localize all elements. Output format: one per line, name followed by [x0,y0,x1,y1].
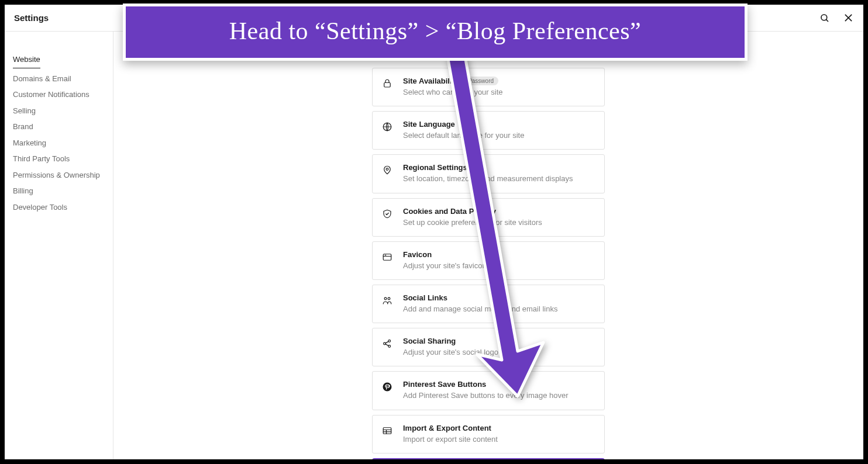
close-icon[interactable] [842,12,854,24]
card-title-text: Import & Export Content [403,424,491,432]
svg-rect-18 [383,427,391,434]
sidebar-item-website[interactable]: Website [13,51,40,68]
settings-card-regional-settings[interactable]: Regional SettingsSet location, timezone,… [372,154,605,193]
card-description: Adjust your site's favicon [403,261,595,271]
svg-rect-4 [384,83,391,88]
sidebar-item-developer[interactable]: Developer Tools [13,199,113,216]
settings-card-site-availability[interactable]: Site AvailabilityPasswordSelect who can … [372,68,605,106]
card-title: Site Language [403,120,595,129]
settings-card-site-language[interactable]: Site LanguageSelect default language for… [372,111,605,150]
sidebar-item-thirdparty[interactable]: Third Party Tools [13,151,113,167]
card-title: Pinterest Save Buttons [403,380,595,389]
main-content: Site AvailabilityPasswordSelect who can … [113,32,863,459]
sidebar-item-marketing[interactable]: Marketing [13,135,113,151]
search-icon[interactable] [819,12,831,24]
card-title-text: Favicon [403,250,432,259]
card-title-text: Regional Settings [403,163,467,172]
share-icon [381,337,394,350]
svg-point-10 [384,297,387,300]
svg-point-17 [383,383,392,392]
card-title-text: Site Language [403,120,455,129]
card-title-text: Cookies and Data Privacy [403,207,496,216]
sidebar-item-permissions[interactable]: Permissions & Ownership [13,167,113,183]
card-title-text: Social Sharing [403,337,456,345]
svg-point-0 [821,15,827,20]
card-description: Select default language for your site [403,130,595,141]
sidebar-item-domains[interactable]: Domains & Email [13,71,113,87]
card-title-text: Pinterest Save Buttons [403,380,486,389]
pin-icon [381,164,394,176]
card-title: Favicon [403,250,595,259]
card-description: Add Pinterest Save buttons to every imag… [403,390,595,401]
settings-card-social-sharing[interactable]: Social SharingAdjust your site's social … [372,328,605,366]
card-description: Add and manage social media and email li… [403,304,595,314]
card-title: Social Links [403,293,595,302]
table-icon [381,424,394,437]
card-description: Set location, timezone, and measurement … [403,174,595,184]
pinterest-icon [381,380,394,393]
svg-point-11 [388,297,390,300]
lock-icon [381,77,394,90]
card-title: Import & Export Content [403,424,595,432]
social-icon [381,294,394,307]
sidebar-item-brand[interactable]: Brand [13,119,113,135]
settings-card-import-export-content[interactable]: Import & Export ContentImport or export … [372,415,605,453]
card-title-text: Social Links [403,293,447,302]
sidebar-item-billing[interactable]: Billing [13,183,113,199]
sidebar-item-notifications[interactable]: Customer Notifications [13,86,113,103]
shield-icon [381,207,394,220]
settings-card-blog-preferences[interactable]: Blog PreferencesManage tags, RSS, and ot… [372,458,605,459]
card-description: Set up cookie preferences for site visit… [403,217,595,228]
sidebar-item-selling[interactable]: Selling [13,103,113,119]
sidebar: Website Domains & Email Customer Notific… [5,32,113,459]
card-title: Site AvailabilityPassword [403,77,595,85]
favicon-icon [381,251,394,264]
card-title-text: Site Availability [403,77,459,85]
svg-point-6 [386,168,388,171]
globe-icon [381,120,394,133]
card-description: Import or export site content [403,434,595,445]
card-title: Social Sharing [403,337,595,345]
card-description: Adjust your site's social logo [403,347,595,358]
page-title: Settings [14,13,49,23]
settings-card-social-links[interactable]: Social LinksAdd and manage social media … [372,285,605,323]
settings-card-cookies-and-data-privacy[interactable]: Cookies and Data PrivacySet up cookie pr… [372,198,605,237]
card-description: Select who can view your site [403,87,595,98]
card-title: Cookies and Data Privacy [403,207,595,216]
svg-rect-7 [383,254,391,261]
annotation-callout: Head to “Settings” > “Blog Preferences” [123,4,748,61]
card-title: Regional Settings [403,163,595,172]
settings-card-favicon[interactable]: FaviconAdjust your site's favicon [372,241,605,280]
svg-line-1 [826,19,828,22]
svg-line-15 [385,342,388,344]
svg-line-16 [385,344,388,346]
status-badge: Password [463,77,498,85]
settings-card-pinterest-save-buttons[interactable]: Pinterest Save ButtonsAdd Pinterest Save… [372,371,605,410]
